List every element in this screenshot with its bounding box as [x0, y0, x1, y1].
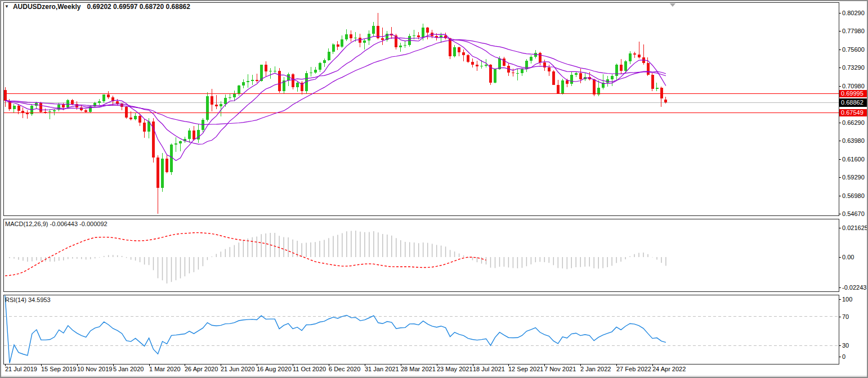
collapse-triangle-icon[interactable]: ▼ [5, 4, 9, 9]
time-axis-label: 16 Aug 2020 [257, 366, 292, 372]
time-axis-label: 15 Sep 2019 [41, 366, 76, 372]
time-axis-label: 5 Jan 2020 [113, 366, 144, 372]
panel-splitter-macd[interactable] [1, 215, 868, 219]
macd-axis-label: 0.00 [842, 254, 854, 260]
time-axis-label: 31 Jan 2021 [365, 366, 399, 372]
price-axis-label: 0.66290 [842, 119, 865, 126]
time-axis-label: 2 Jan 2022 [580, 366, 611, 372]
price-axis-label: 0.59290 [842, 174, 865, 181]
rsi-axis-label: 70 [842, 313, 849, 320]
chart-canvas[interactable] [1, 1, 868, 378]
time-axis-label: 27 Feb 2022 [616, 366, 651, 372]
price-axis-label: 0.73290 [842, 64, 865, 71]
panel-splitter-rsi[interactable] [1, 291, 868, 295]
macd-values: -0.006443 -0.000092 [50, 220, 107, 227]
rsi-value: 34.5953 [28, 296, 51, 303]
time-axis-label: 23 May 2021 [437, 366, 473, 372]
symbol-period-label: AUDUSDzero,Weekly [13, 3, 80, 11]
title-ohlc-values: 0.69202 0.69597 0.68720 0.68862 [87, 3, 190, 11]
time-axis-label: 21 Jul 2019 [5, 366, 37, 372]
bottom-margin [1, 376, 868, 378]
price-axis-label: 0.56980 [842, 192, 865, 199]
price-axis[interactable]: 0.802900.779800.756000.732900.709800.662… [839, 2, 868, 364]
rsi-axis-label: 100 [842, 296, 852, 303]
time-axis-label: 24 Apr 2022 [652, 366, 686, 372]
time-axis-label: 10 Nov 2019 [77, 366, 112, 372]
time-axis[interactable]: 21 Jul 201915 Sep 201910 Nov 20195 Jan 2… [1, 366, 839, 375]
chart-window: ▼AUDUSDzero,Weekly0.69202 0.69597 0.6872… [0, 0, 868, 378]
price-axis-label: 0.80290 [842, 10, 865, 16]
time-axis-label: 12 Sep 2021 [508, 366, 543, 372]
rsi-name: RSI(14) [5, 296, 26, 303]
time-axis-label: 6 Dec 2020 [329, 366, 360, 372]
time-axis-label: 11 Oct 2020 [293, 366, 326, 372]
price-axis-label: 0.61600 [842, 156, 865, 163]
macd-indicator-label: MACD(12,26,9) -0.006443 -0.000092 [5, 220, 108, 227]
time-axis-label: 1 Mar 2020 [149, 366, 181, 372]
time-axis-label: 18 Jul 2021 [473, 366, 505, 372]
time-axis-label: 26 Apr 2020 [185, 366, 218, 372]
time-axis-label: 7 Nov 2021 [544, 366, 576, 372]
time-axis-label: 21 Jun 2020 [221, 366, 255, 372]
macd-name: MACD(12,26,9) [5, 220, 48, 227]
price-axis-label: 0.77980 [842, 28, 865, 34]
price-axis-label: 0.75600 [842, 46, 865, 53]
rsi-indicator-label: RSI(14) 34.5953 [5, 296, 51, 303]
rsi-axis-label: 30 [842, 342, 849, 349]
price-axis-label: 0.63980 [842, 137, 865, 144]
time-axis-label: 28 Mar 2021 [401, 366, 436, 372]
macd-axis-label: -0.02243 [842, 284, 866, 291]
macd-axis-label: 0.021625 [842, 224, 868, 231]
price-axis-label: 0.70980 [842, 83, 865, 89]
chart-title: ▼AUDUSDzero,Weekly0.69202 0.69597 0.6872… [5, 3, 190, 11]
rsi-axis-label: 0 [842, 353, 845, 360]
